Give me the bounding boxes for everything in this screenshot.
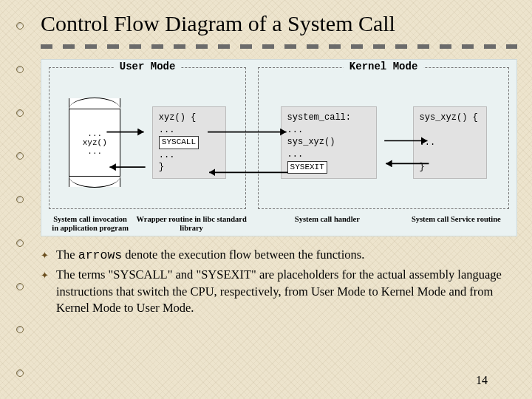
page-title: Control Flow Diagram of a System Call xyxy=(41,10,517,37)
kernel-mode-label: Kernel Mode xyxy=(344,61,423,72)
slide-content: Control Flow Diagram of a System Call Us… xyxy=(41,10,517,392)
sysexit-placeholder: SYSEXIT xyxy=(287,161,327,174)
figure-captions: System call invocation in application pr… xyxy=(49,215,509,233)
bullet-1-post: denote the execution flow between the fu… xyxy=(122,248,364,262)
wrapper-routine-box: xyz() { ... SYSCALL ... } xyxy=(152,106,226,180)
service-routine-box: sys_xyz() { ... } xyxy=(413,106,487,179)
wrapper-dots: ... xyxy=(159,124,219,137)
bullet-list: ✦ The arrows denote the execution flow b… xyxy=(41,247,517,316)
syscall-handler-box: system_call: ... sys_xyz() ... SYSEXIT xyxy=(281,106,377,180)
wrapper-head: xyz() { xyxy=(159,112,219,124)
wrapper-close: } xyxy=(159,161,219,174)
bullet-icon: ✦ xyxy=(41,267,49,316)
user-mode-box: User Mode ... xyz() ... xyz() { ... SYSC… xyxy=(49,67,246,209)
caption-app: System call invocation in application pr… xyxy=(49,215,132,233)
app-program-scroll: ... xyz() ... xyxy=(69,98,120,187)
bullet-1-code: arrows xyxy=(78,248,122,262)
service-close: } xyxy=(420,161,480,174)
service-dots: ... xyxy=(420,137,480,149)
page-number: 14 xyxy=(476,374,488,387)
caption-wrapper: Wrapper routine in libc standard library xyxy=(132,215,251,233)
bullet-icon: ✦ xyxy=(41,247,49,264)
caption-handler: System call handler xyxy=(251,215,403,233)
bullet-2: ✦ The terms "SYSCALL" and "SYSEXIT" are … xyxy=(41,267,517,316)
binder-holes xyxy=(16,22,27,377)
syscall-placeholder: SYSCALL xyxy=(159,136,199,149)
caption-service: System call Service routine xyxy=(403,215,509,233)
service-head: sys_xyz() { xyxy=(420,112,480,124)
user-mode-label: User Mode xyxy=(114,61,182,72)
wrapper-dots2: ... xyxy=(159,149,219,162)
handler-call: sys_xyz() xyxy=(287,136,370,149)
handler-dots2: ... xyxy=(287,149,370,161)
handler-head: system_call: xyxy=(287,112,370,124)
bullet-1-pre: The xyxy=(56,248,78,262)
handler-dots1: ... xyxy=(287,124,370,137)
app-program-code: ... xyz() ... xyxy=(83,129,107,156)
control-flow-figure: User Mode ... xyz() ... xyz() { ... SYSC… xyxy=(41,59,517,236)
bullet-2-text: The terms "SYSCALL" and "SYSEXIT" are pl… xyxy=(56,267,517,316)
bullet-1: ✦ The arrows denote the execution flow b… xyxy=(41,247,517,264)
kernel-mode-box: Kernel Mode system_call: ... sys_xyz() .… xyxy=(258,67,509,209)
title-separator xyxy=(41,44,517,49)
